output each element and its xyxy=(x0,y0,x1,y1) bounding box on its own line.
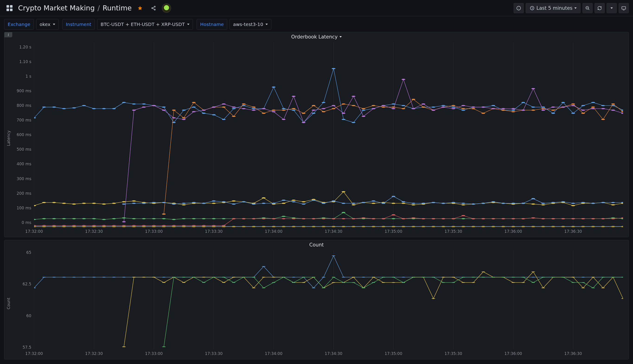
svg-point-43 xyxy=(282,108,286,109)
panel-title-latency[interactable]: Orderbook Latency xyxy=(4,32,628,40)
svg-point-404 xyxy=(601,218,605,219)
svg-point-155 xyxy=(422,104,425,104)
info-icon[interactable]: i xyxy=(4,32,12,37)
svg-point-55 xyxy=(402,105,405,106)
time-range-picker[interactable]: Last 5 minutes xyxy=(526,3,580,13)
x-tick: 17:34:00 xyxy=(265,229,282,234)
svg-point-244 xyxy=(202,203,206,204)
svg-point-368 xyxy=(242,218,246,219)
breadcrumb-parent[interactable]: Crypto Market Making xyxy=(18,4,94,12)
svg-point-243 xyxy=(192,202,196,203)
y-tick: 900 ms xyxy=(17,88,31,93)
svg-point-143 xyxy=(302,122,305,123)
x-tick: 17:36:30 xyxy=(564,229,582,234)
svg-point-173 xyxy=(601,108,605,109)
svg-point-191 xyxy=(182,204,186,206)
svg-point-681 xyxy=(491,277,495,278)
svg-point-140 xyxy=(272,111,276,112)
svg-point-389 xyxy=(452,218,455,219)
x-tick: 17:33:00 xyxy=(145,351,162,356)
svg-point-574 xyxy=(402,277,405,278)
svg-point-369 xyxy=(252,218,256,219)
apps-icon[interactable] xyxy=(4,3,15,13)
tv-mode-icon[interactable] xyxy=(618,3,629,13)
svg-point-241 xyxy=(172,204,176,205)
svg-point-261 xyxy=(372,200,376,202)
svg-point-652 xyxy=(202,282,206,283)
chart-latency[interactable]: 0 ms100 ms200 ms300 ms400 ms500 ms600 ms… xyxy=(12,42,625,228)
chart-count[interactable]: 57.56062.565 xyxy=(12,250,625,350)
svg-point-165 xyxy=(521,110,525,111)
svg-point-251 xyxy=(272,203,276,204)
svg-point-540 xyxy=(62,277,66,278)
svg-point-258 xyxy=(342,203,345,204)
svg-point-376 xyxy=(322,218,325,219)
svg-point-28 xyxy=(132,104,136,104)
var-select-hostname[interactable]: aws-test3-10 xyxy=(230,19,271,30)
svg-point-608 xyxy=(232,277,236,278)
svg-point-273 xyxy=(491,201,495,202)
svg-point-23 xyxy=(82,105,86,106)
svg-point-618 xyxy=(332,282,335,283)
breadcrumb: Crypto Market Making / Runtime xyxy=(18,4,132,12)
svg-point-22 xyxy=(72,107,76,108)
svg-point-202 xyxy=(292,200,296,201)
svg-point-293 xyxy=(92,218,96,219)
y-tick: 300 ms xyxy=(17,176,31,181)
svg-point-660 xyxy=(282,277,286,278)
svg-point-157 xyxy=(442,106,445,108)
var-select-instrument[interactable]: BTC-USDT + ETH-USDT + XRP-USDT xyxy=(97,19,193,30)
svg-point-375 xyxy=(312,218,315,219)
svg-point-390 xyxy=(462,215,465,216)
svg-point-685 xyxy=(532,282,535,283)
svg-point-302 xyxy=(182,218,186,219)
svg-point-676 xyxy=(442,282,445,283)
svg-point-149 xyxy=(362,116,365,117)
svg-point-154 xyxy=(412,108,415,109)
var-select-exchange[interactable]: okex xyxy=(36,19,59,30)
refresh-interval-picker[interactable] xyxy=(606,3,617,13)
svg-point-611 xyxy=(262,277,266,278)
svg-point-612 xyxy=(272,277,276,278)
star-icon[interactable] xyxy=(135,3,145,13)
share-icon[interactable] xyxy=(148,3,158,13)
svg-point-256 xyxy=(322,203,325,204)
svg-point-108 xyxy=(462,108,465,109)
svg-point-599 xyxy=(142,277,146,278)
svg-point-213 xyxy=(402,203,405,204)
svg-point-658 xyxy=(262,288,266,288)
x-tick: 17:33:30 xyxy=(205,229,222,234)
refresh-icon[interactable] xyxy=(594,3,605,13)
svg-point-103 xyxy=(412,99,415,100)
svg-point-667 xyxy=(352,282,356,283)
svg-point-113 xyxy=(511,111,515,112)
svg-point-168 xyxy=(552,106,555,108)
svg-point-181 xyxy=(82,203,86,204)
svg-point-199 xyxy=(262,197,266,198)
svg-point-386 xyxy=(422,218,425,219)
svg-point-264 xyxy=(402,201,405,202)
avatar[interactable] xyxy=(162,4,171,13)
svg-point-684 xyxy=(521,277,525,278)
svg-point-91 xyxy=(292,108,296,109)
svg-point-272 xyxy=(481,203,485,204)
svg-point-680 xyxy=(481,277,485,278)
svg-point-135 xyxy=(222,104,226,104)
svg-point-21 xyxy=(62,108,66,109)
svg-point-644 xyxy=(591,277,595,278)
svg-point-647 xyxy=(621,298,623,299)
panel-title-count[interactable]: Count xyxy=(4,240,628,248)
svg-point-550 xyxy=(162,277,166,278)
zoom-out-icon[interactable] xyxy=(582,3,593,13)
svg-point-283 xyxy=(591,203,595,204)
dashboard-settings-icon[interactable] xyxy=(514,3,524,13)
svg-point-132 xyxy=(192,111,196,112)
svg-point-35 xyxy=(202,113,206,114)
x-tick: 17:36:00 xyxy=(504,351,522,356)
svg-point-100 xyxy=(382,106,385,108)
breadcrumb-current[interactable]: Runtime xyxy=(103,4,132,12)
svg-point-607 xyxy=(222,282,226,283)
svg-point-565 xyxy=(312,288,315,288)
x-tick: 17:35:00 xyxy=(385,229,402,234)
svg-point-182 xyxy=(92,203,96,204)
